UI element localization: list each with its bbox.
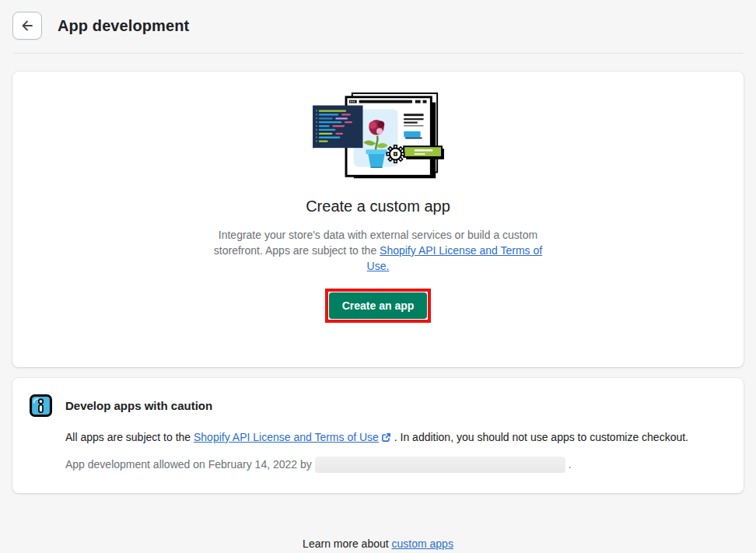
redacted-user-identifier [315,457,565,473]
header-divider [12,53,744,54]
custom-app-illustration [308,90,448,185]
green-tag [404,146,444,159]
external-link-icon [381,432,391,443]
create-app-card: Create a custom app Integrate your store… [12,72,744,367]
create-app-heading: Create a custom app [306,198,450,215]
custom-apps-link[interactable]: custom apps [392,537,453,550]
allowed-text-period: . [569,458,572,471]
page-header: App development [0,0,756,53]
api-license-terms-link[interactable]: Shopify API License and Terms of Use [194,431,379,443]
footer-learn-more: Learn more about custom apps [0,537,756,550]
arrow-left-icon [19,18,35,33]
api-license-link[interactable]: Shopify API License and Terms of Use. [367,244,543,272]
caution-body-text: All apps are subject to the [65,431,194,443]
allowed-text: App development allowed on February 14, … [65,458,315,471]
gear-glyph [387,145,404,163]
caution-card-header: Develop apps with caution [30,394,728,417]
caution-body: All apps are subject to the Shopify API … [65,429,728,445]
annotation-highlight-box: Create an app [325,289,432,323]
create-app-description: Integrate your store's data with externa… [203,227,553,274]
app-development-allowed-line: App development allowed on February 14, … [65,457,728,473]
footer-text: Learn more about [303,537,391,550]
info-pixel-icon [30,394,52,417]
create-an-app-button[interactable]: Create an app [329,292,428,319]
caution-body-text-after: . In addition, you should not use apps t… [391,431,688,443]
caution-title: Develop apps with caution [65,399,212,412]
caution-card: Develop apps with caution All apps are s… [12,378,744,493]
page-title: App development [58,17,189,35]
back-button[interactable] [12,12,42,40]
